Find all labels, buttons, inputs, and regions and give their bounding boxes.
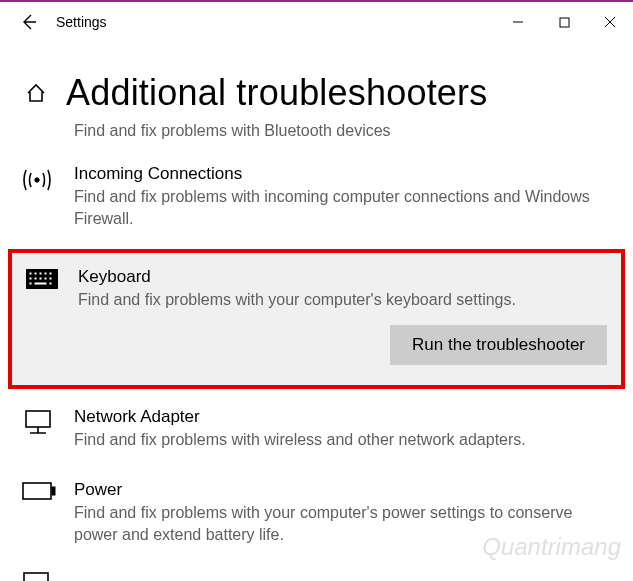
item-label: Incoming Connections xyxy=(74,164,611,184)
troubleshooter-item-incoming[interactable]: Incoming Connections Find and fix proble… xyxy=(0,150,633,245)
close-button[interactable] xyxy=(587,2,633,42)
window-title: Settings xyxy=(50,14,107,30)
window-controls xyxy=(495,2,633,42)
svg-rect-15 xyxy=(49,282,52,285)
arrow-left-icon xyxy=(19,13,37,31)
troubleshooter-item-network[interactable]: Network Adapter Find and fix problems wi… xyxy=(0,393,633,465)
svg-rect-7 xyxy=(49,272,52,275)
title-bar: Settings xyxy=(0,2,633,42)
home-icon[interactable] xyxy=(22,82,50,104)
troubleshooter-item-keyboard[interactable]: Keyboard Find and fix problems with your… xyxy=(12,253,621,385)
troubleshooter-item-power[interactable]: Power Find and fix problems with your co… xyxy=(0,466,633,561)
svg-rect-18 xyxy=(52,487,55,495)
item-label: Keyboard xyxy=(78,267,607,287)
item-label: Power xyxy=(74,480,611,500)
maximize-button[interactable] xyxy=(541,2,587,42)
keyboard-icon xyxy=(26,269,58,289)
svg-rect-11 xyxy=(44,277,47,280)
run-troubleshooter-button[interactable]: Run the troubleshooter xyxy=(390,325,607,365)
svg-rect-12 xyxy=(49,277,52,280)
partial-icon xyxy=(22,572,50,581)
svg-rect-6 xyxy=(44,272,47,275)
signal-icon xyxy=(22,166,52,194)
svg-rect-14 xyxy=(34,282,47,285)
truncated-item xyxy=(0,560,633,581)
svg-rect-5 xyxy=(39,272,42,275)
truncated-item-desc: Find and fix problems with Bluetooth dev… xyxy=(0,122,633,150)
network-adapter-icon xyxy=(22,409,54,437)
svg-rect-3 xyxy=(29,272,32,275)
item-label: Network Adapter xyxy=(74,407,611,427)
battery-icon xyxy=(22,482,56,500)
svg-rect-17 xyxy=(23,483,51,499)
svg-point-1 xyxy=(35,178,39,182)
svg-rect-4 xyxy=(34,272,37,275)
back-button[interactable] xyxy=(6,2,50,42)
svg-rect-10 xyxy=(39,277,42,280)
item-desc: Find and fix problems with wireless and … xyxy=(74,429,611,451)
item-desc: Find and fix problems with your computer… xyxy=(78,289,607,311)
minimize-button[interactable] xyxy=(495,2,541,42)
item-desc: Find and fix problems with incoming comp… xyxy=(74,186,611,231)
item-desc: Find and fix problems with your computer… xyxy=(74,502,611,547)
svg-rect-16 xyxy=(26,411,50,427)
page-header: Additional troubleshooters xyxy=(0,42,633,122)
svg-rect-9 xyxy=(34,277,37,280)
svg-rect-0 xyxy=(560,18,569,27)
svg-rect-13 xyxy=(29,282,32,285)
svg-rect-8 xyxy=(29,277,32,280)
page-title: Additional troubleshooters xyxy=(66,72,487,114)
svg-rect-19 xyxy=(24,573,48,581)
highlight-box: Keyboard Find and fix problems with your… xyxy=(8,249,625,389)
